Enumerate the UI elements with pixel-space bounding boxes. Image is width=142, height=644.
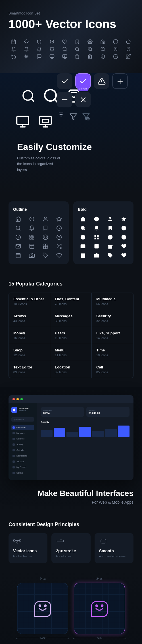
category-count-security: 32 Icons — [96, 319, 129, 323]
sidebar-label-activity: Activity — [16, 443, 23, 445]
icon-calendar — [9, 39, 19, 44]
category-count-money: 16 Icons — [13, 336, 45, 340]
categories-grid: Essential & Other 103 Icons Files, Conte… — [9, 293, 133, 378]
bold-card: Bold — [73, 201, 133, 264]
showcase-section: 24px ← 24px → 24px — [0, 572, 142, 644]
browser-dot-green — [20, 398, 23, 400]
sidebar-item-calendar: Calendar — [11, 448, 34, 453]
interface-title: Make Beautiful Interfaces — [9, 489, 133, 498]
svg-point-38 — [103, 57, 103, 58]
hero-section: Smartmoc Icon Set 1000+ Vector Icons — [0, 0, 142, 73]
svg-point-98 — [31, 255, 33, 257]
category-name-arrows: Arrows — [13, 314, 45, 318]
sidebar-item-statistics: Statistics — [11, 436, 34, 441]
bold-bookmark — [105, 225, 115, 231]
svg-text:2px: 2px — [60, 539, 62, 540]
bold-info — [78, 234, 88, 240]
sidebar-dot-active — [12, 426, 15, 429]
icon-bell — [9, 47, 19, 52]
chart-bar-4 — [79, 427, 91, 437]
icon-grid-row1 — [9, 39, 133, 59]
svg-rect-117 — [14, 539, 15, 541]
category-multimedia: Multimedia 66 Icons — [92, 293, 133, 310]
bold-icon-grid — [78, 216, 129, 258]
float-filter2-icon — [81, 110, 91, 123]
bold-layout — [91, 243, 102, 249]
outline-title: Outline — [13, 207, 64, 212]
size-badge: 24 × 24 — [78, 87, 89, 91]
bold-title: Bold — [78, 207, 129, 212]
svg-point-4 — [89, 41, 91, 43]
svg-rect-94 — [16, 253, 20, 258]
sidebar-dot-calendar — [12, 449, 15, 451]
bold-smile — [105, 234, 115, 240]
svg-line-104 — [84, 229, 85, 230]
bold-search — [78, 225, 88, 231]
bold-calendar — [78, 253, 88, 258]
category-count-time: 10 Icons — [96, 353, 129, 357]
large-search-icon — [20, 87, 37, 105]
dim-row-2: ← 24px → — [74, 637, 125, 639]
svg-line-11 — [66, 50, 66, 51]
stat-value-downloads: 8,234 — [43, 412, 82, 414]
logo-brand: SMARTMOC — [19, 408, 29, 410]
svg-rect-108 — [97, 235, 99, 237]
browser-dot-yellow — [16, 398, 19, 400]
category-count-shop: 12 Icons — [13, 353, 45, 357]
sidebar-dot-security — [12, 460, 15, 463]
outline-icon-grid — [13, 216, 64, 258]
outline-camera — [27, 253, 37, 258]
svg-point-111 — [108, 235, 113, 240]
float-warning-icon — [94, 73, 109, 89]
icon-home — [98, 39, 108, 44]
svg-point-103 — [81, 226, 85, 230]
large-monitor-icon2 — [37, 113, 54, 130]
bold-bell — [91, 225, 102, 231]
category-count-files: 78 Icons — [55, 302, 87, 306]
sidebar-label-calendar: Calendar — [16, 449, 24, 451]
bold-circle — [91, 216, 102, 222]
svg-rect-78 — [32, 235, 34, 237]
outline-card: Outline — [9, 201, 69, 264]
icon-heart — [59, 39, 70, 44]
category-count-messages: 38 Icons — [55, 319, 87, 323]
outline-smile — [40, 234, 51, 240]
showcase-icon-1 — [17, 583, 68, 634]
principle-desc-vector: For flexible use — [13, 554, 43, 558]
outline-calendar — [13, 253, 23, 258]
svg-line-72 — [19, 229, 20, 230]
mini-chart — [41, 426, 130, 437]
showcase-card-2: 24px ← 24px → — [74, 577, 125, 639]
categories-title: 15 Popular Categories — [9, 281, 133, 287]
bold-camera — [91, 253, 102, 258]
outline-home — [13, 216, 23, 222]
principle-smooth: Smooth And rounded corners — [95, 533, 133, 563]
style-section: Outline — [0, 193, 142, 272]
category-count-arrows: 43 Icons — [13, 319, 45, 323]
sidebar-label-statistics: Statistics — [16, 438, 24, 440]
chart-bar-7 — [118, 426, 130, 437]
svg-rect-29 — [50, 55, 54, 58]
vector-principle-icon — [13, 538, 43, 546]
icon-search2 — [72, 47, 83, 52]
category-count-like: 14 Icons — [96, 336, 129, 340]
stat-value-revenue: $1,240.00 — [89, 412, 127, 414]
sidebar-item-notifications: Notifications — [11, 453, 34, 458]
showcase-inner-1 — [17, 583, 68, 634]
categories-section: 15 Popular Categories Essential & Other … — [0, 272, 142, 387]
sidebar-label-myicons: My Icons — [16, 432, 24, 434]
icon-search1 — [59, 47, 70, 52]
svg-point-129 — [96, 605, 97, 607]
outline-search — [13, 225, 23, 231]
outline-mail — [13, 243, 23, 249]
outline-bookmark — [40, 225, 51, 231]
category-messages: Messages 38 Icons — [50, 310, 92, 327]
svg-line-93 — [57, 244, 58, 245]
browser-content: SMARTMOC Icon set Q Smartmoc Dashboard M… — [9, 403, 133, 480]
bold-home — [78, 216, 88, 222]
category-name-money: Money — [13, 331, 45, 335]
svg-marker-70 — [57, 217, 62, 221]
bold-clock — [119, 225, 129, 231]
dim-row-1: ← 24px → — [17, 637, 68, 639]
category-count-multimedia: 66 Icons — [96, 302, 129, 306]
